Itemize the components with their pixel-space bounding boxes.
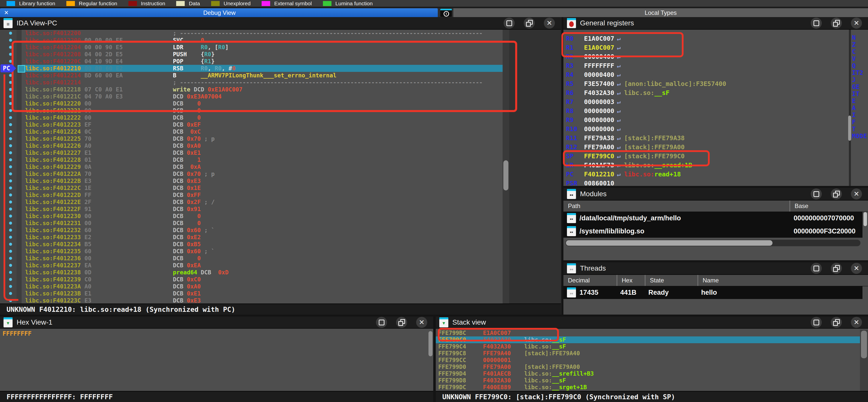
- breakpoint-dot-icon[interactable]: [9, 229, 12, 231]
- stack-vscrollbar[interactable]: [860, 330, 868, 391]
- enter-arrow-icon[interactable]: ↵: [617, 161, 620, 170]
- register-row[interactable]: R0E1A0C007↵: [563, 34, 849, 43]
- enter-arrow-icon[interactable]: ↵: [617, 70, 620, 80]
- stack-row[interactable]: FFE799D0FFE79A00[stack]:FFE79A00: [436, 364, 860, 370]
- breakpoint-dot-icon[interactable]: [9, 222, 12, 225]
- stack-row[interactable]: FFE799C8FFE79A40[stack]:FFE79A40: [436, 350, 860, 357]
- line-margin[interactable]: [0, 262, 17, 269]
- flag-row[interactable]: Z0: [852, 41, 868, 48]
- disasm-line[interactable]: libc.so:F4012239C0DCB 0xC0: [0, 276, 503, 283]
- enter-arrow-icon[interactable]: ↵: [617, 125, 620, 134]
- line-margin[interactable]: [0, 51, 17, 58]
- breakpoint-dot-icon[interactable]: [9, 158, 12, 161]
- register-row[interactable]: LRF401AF73↵libc.so:__sread+1B: [563, 161, 849, 170]
- module-row[interactable]: ▪▪/data/local/tmp/study_arm/hello0000000…: [563, 212, 863, 225]
- column-hex[interactable]: Hex: [617, 275, 645, 286]
- cpu-flags-column[interactable]: N0Z0C0V0Q0IT20J0GE6IT0E0A0I0F0T0MODE10: [852, 30, 868, 186]
- column-decimal[interactable]: Decimal: [563, 275, 617, 286]
- register-row[interactable]: SPFFE799C0↵[stack]:FFE799C0: [563, 152, 849, 161]
- scrollbar-handle[interactable]: [566, 240, 773, 246]
- stack-row[interactable]: FFE799C4F4032A30libc.so:__sF: [436, 343, 860, 350]
- local-types-window-icon[interactable]: t: [440, 9, 452, 17]
- line-margin[interactable]: [0, 72, 17, 79]
- close-icon[interactable]: ✕: [544, 18, 555, 29]
- scrollbar-handle[interactable]: [503, 160, 508, 190]
- stack-row[interactable]: FFE799DCF400E889libc.so:__srget+1B: [436, 384, 860, 391]
- flag-row[interactable]: E0: [852, 97, 868, 104]
- line-margin[interactable]: [0, 100, 17, 107]
- maximize-icon[interactable]: [504, 18, 515, 29]
- enter-arrow-icon[interactable]: ↵: [617, 88, 620, 97]
- enter-arrow-icon[interactable]: ↵: [617, 97, 620, 106]
- enter-arrow-icon[interactable]: ↵: [617, 61, 620, 70]
- close-icon[interactable]: ✕: [851, 263, 862, 274]
- line-margin[interactable]: [0, 107, 17, 114]
- float-icon[interactable]: [831, 317, 842, 328]
- enter-arrow-icon[interactable]: ↵: [617, 52, 620, 61]
- disasm-line[interactable]: libc.so:F401223100DCB 0: [0, 220, 503, 227]
- breakpoint-dot-icon[interactable]: [9, 46, 12, 49]
- disasm-line[interactable]: libc.so:F401223CE3DCB 0xE3: [0, 297, 503, 304]
- breakpoint-dot-icon[interactable]: [9, 144, 12, 147]
- disasm-line[interactable]: libc.so:F4012223EFDCB 0xEF: [0, 121, 503, 128]
- stack-row[interactable]: FFE799C0F4032A30libc.so:__sF: [436, 336, 860, 343]
- close-icon[interactable]: ✕: [851, 188, 862, 199]
- register-row[interactable]: R400000400↵: [563, 70, 849, 80]
- stack-row[interactable]: FFE799BCE1A0C007: [436, 330, 860, 336]
- disasm-line[interactable]: libc.so:F401222570DCB 0x70 ; p: [0, 135, 503, 142]
- close-icon[interactable]: ✕: [416, 317, 427, 328]
- maximize-icon[interactable]: [811, 188, 822, 199]
- register-row[interactable]: R6F4032A30↵libc.so:__sF: [563, 88, 849, 97]
- flag-row[interactable]: C0: [852, 48, 868, 55]
- tab-close-icon[interactable]: ✕: [0, 9, 12, 16]
- disasm-line[interactable]: libc.so:F401220000 00 00 EFSVC 0: [0, 37, 503, 44]
- module-row[interactable]: ▪▪/system/lib/liblog.so00000000F3C20000: [563, 225, 863, 238]
- register-row[interactable]: R5F3E57400↵[anon:libc_malloc]:F3E57400: [563, 80, 849, 88]
- breakpoint-dot-icon[interactable]: [9, 130, 12, 133]
- disasm-line[interactable]: libc.so:F401222100DCB 0: [0, 107, 503, 114]
- breakpoint-dot-icon[interactable]: [9, 102, 12, 105]
- scrollbar-handle[interactable]: [861, 331, 867, 358]
- breakpoint-dot-icon[interactable]: [9, 95, 12, 98]
- disasm-line[interactable]: libc.so:F401221807 C0 A0 E1write DCD 0xE…: [0, 86, 503, 93]
- line-margin[interactable]: [0, 297, 17, 304]
- flag-row[interactable]: T0: [852, 126, 868, 133]
- line-margin[interactable]: [0, 198, 17, 206]
- breakpoint-dot-icon[interactable]: [9, 193, 12, 196]
- line-margin[interactable]: [0, 206, 17, 213]
- enter-arrow-icon[interactable]: ↵: [617, 80, 620, 88]
- register-row[interactable]: R3FFFFFFFF↵: [563, 61, 849, 70]
- line-margin[interactable]: [0, 93, 17, 100]
- maximize-icon[interactable]: [811, 18, 822, 29]
- breakpoint-dot-icon[interactable]: [9, 200, 12, 204]
- float-icon[interactable]: [831, 263, 842, 274]
- flag-row[interactable]: J0: [852, 76, 868, 84]
- line-margin[interactable]: [0, 290, 17, 297]
- register-row[interactable]: R800000000↵: [563, 106, 849, 116]
- breakpoint-dot-icon[interactable]: [9, 250, 12, 253]
- flag-row[interactable]: IT20: [852, 69, 868, 76]
- line-margin[interactable]: [0, 171, 17, 177]
- line-margin[interactable]: [0, 135, 17, 142]
- modules-hscrollbar[interactable]: [565, 240, 861, 246]
- disasm-line[interactable]: libc.so:F401222801DCB 1: [0, 156, 503, 163]
- breakpoint-dot-icon[interactable]: [9, 243, 12, 246]
- disasm-line[interactable]: libc.so:F401222BE3DCB 0xE3: [0, 177, 503, 184]
- line-margin[interactable]: [0, 156, 17, 163]
- disasm-line[interactable]: libc.so:F4012234B5DCB 0xB5: [0, 241, 503, 248]
- horizontal-splitter[interactable]: [0, 315, 868, 316]
- breakpoint-dot-icon[interactable]: [9, 39, 12, 42]
- enter-arrow-icon[interactable]: ↵: [617, 34, 620, 43]
- threads-column-header[interactable]: Decimal Hex State Name: [563, 275, 868, 286]
- line-margin[interactable]: [0, 128, 17, 135]
- line-margin[interactable]: [0, 276, 17, 283]
- breakpoint-dot-icon[interactable]: [9, 264, 12, 267]
- column-base[interactable]: Base: [790, 200, 868, 212]
- breakpoint-dot-icon[interactable]: [9, 137, 12, 140]
- disasm-line[interactable]: libc.so:F40122380Dpread64 DCB 0xD: [0, 269, 503, 276]
- disasm-line[interactable]: libc.so:F4012233E2DCB 0xE2: [0, 234, 503, 241]
- float-icon[interactable]: [524, 18, 535, 29]
- breakpoint-dot-icon[interactable]: [9, 208, 12, 211]
- stack-rows[interactable]: FFE799BCE1A0C007FFE799C0F4032A30libc.so:…: [436, 330, 860, 391]
- disasm-line[interactable]: libc.so:F4012200; ----------------------…: [0, 30, 503, 37]
